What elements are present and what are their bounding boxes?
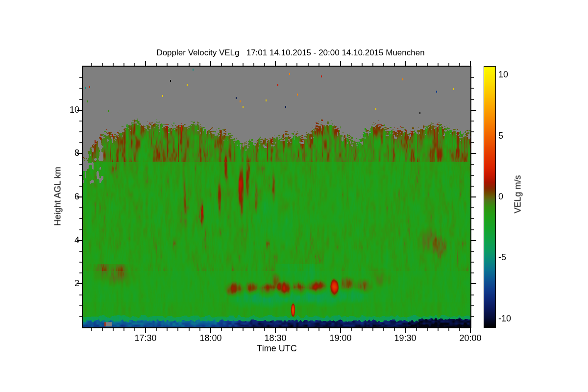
- colorbar-tick-label: -10: [498, 314, 523, 324]
- colorbar-tick-label: 5: [498, 131, 523, 141]
- y-tick-label: 6: [55, 192, 79, 202]
- y-tick-label: 8: [55, 148, 79, 158]
- x-tick-label: 17:30: [128, 333, 163, 343]
- colorbar-tick-label: 0: [498, 192, 523, 202]
- x-axis-label: Time UTC: [238, 343, 316, 354]
- y-tick-label: 10: [55, 105, 79, 115]
- x-tick-label: 18:00: [194, 333, 228, 343]
- x-tick-label: 20:00: [453, 333, 488, 343]
- y-tick-label: 2: [55, 278, 79, 289]
- x-tick-label: 19:30: [388, 333, 422, 343]
- x-tick-label: 18:30: [258, 333, 293, 343]
- x-tick-label: 19:00: [323, 333, 358, 343]
- y-tick-label: 4: [55, 235, 79, 245]
- doppler-velocity-figure: Doppler Velocity VELg 17:01 14.10.2015 -…: [0, 0, 588, 392]
- chart-title: Doppler Velocity VELg 17:01 14.10.2015 -…: [95, 48, 487, 58]
- colorbar-tick-label: 10: [498, 70, 523, 80]
- colorbar-tick-label: -5: [498, 252, 523, 263]
